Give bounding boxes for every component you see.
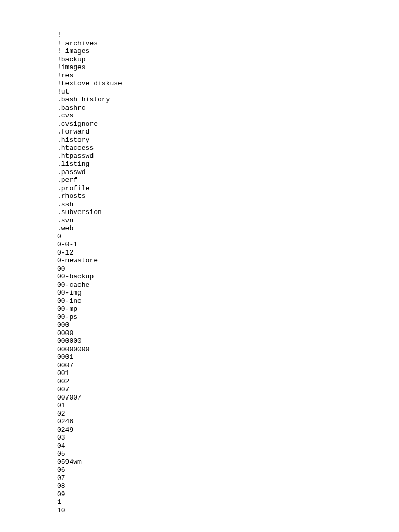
wordlist-line: 00-ps [57, 313, 399, 322]
wordlist-line: .profile [57, 184, 399, 193]
wordlist-line: .htaccess [57, 144, 399, 152]
wordlist-line: .svn [57, 217, 399, 225]
wordlist-line: 007007 [57, 394, 399, 402]
wordlist-line: !_images [57, 47, 399, 56]
wordlist-line: .listing [57, 160, 399, 168]
wordlist-line: .history [57, 136, 399, 144]
wordlist-line: 000 [57, 321, 399, 329]
wordlist-line: 02 [57, 410, 399, 418]
wordlist-line: ! [57, 31, 399, 39]
wordlist-line: 10 [57, 507, 399, 515]
wordlist-line: 00-mp [57, 305, 399, 313]
wordlist-line: 001 [57, 369, 399, 378]
wordlist-line: 0-0-1 [57, 241, 399, 249]
wordlist-line: !images [57, 63, 399, 72]
wordlist-line: 0007 [57, 362, 399, 370]
wordlist-line: 00 [57, 265, 399, 273]
wordlist-line: 00-img [57, 289, 399, 297]
wordlist-line: .bashrc [57, 104, 399, 112]
wordlist-line: 002 [57, 378, 399, 386]
wordlist-line: 0 [57, 233, 399, 241]
wordlist-line: 01 [57, 402, 399, 410]
wordlist-line: 0000 [57, 329, 399, 338]
wordlist-line: 09 [57, 490, 399, 499]
wordlist-line: .subversion [57, 208, 399, 217]
wordlist-line: !backup [57, 56, 399, 64]
wordlist-line: 08 [57, 482, 399, 490]
wordlist-line: 07 [57, 474, 399, 483]
wordlist-line: !_archives [57, 39, 399, 48]
wordlist-line: .perf [57, 176, 399, 184]
wordlist-line: .bash_history [57, 96, 399, 104]
wordlist-line: 0594wm [57, 458, 399, 467]
wordlist-line: .htpasswd [57, 152, 399, 161]
wordlist-line: 00-backup [57, 273, 399, 281]
wordlist-line: .cvsignore [57, 120, 399, 128]
wordlist-line: .web [57, 224, 399, 233]
wordlist-container: !!_archives!_images!backup!images!res!te… [57, 31, 399, 514]
wordlist-line: !textove_diskuse [57, 79, 399, 88]
wordlist-line: 00-inc [57, 297, 399, 305]
wordlist-line: 03 [57, 434, 399, 442]
wordlist-line: 0246 [57, 418, 399, 426]
wordlist-line: 007 [57, 385, 399, 394]
wordlist-line: .ssh [57, 201, 399, 209]
wordlist-line: 0249 [57, 426, 399, 434]
wordlist-line: .passwd [57, 168, 399, 177]
wordlist-line: 0001 [57, 353, 399, 362]
wordlist-line: .cvs [57, 112, 399, 120]
wordlist-line: .forward [57, 128, 399, 136]
wordlist-line: 00-cache [57, 281, 399, 289]
wordlist-line: 04 [57, 442, 399, 450]
wordlist-line: !res [57, 72, 399, 80]
wordlist-line: !ut [57, 88, 399, 96]
wordlist-line: 0-12 [57, 249, 399, 257]
wordlist-line: 00000000 [57, 345, 399, 354]
wordlist-line: 1 [57, 498, 399, 507]
wordlist-line: 06 [57, 466, 399, 474]
wordlist-line: 0-newstore [57, 257, 399, 265]
wordlist-line: 05 [57, 450, 399, 458]
wordlist-line: 000000 [57, 337, 399, 345]
wordlist-line: .rhosts [57, 192, 399, 201]
